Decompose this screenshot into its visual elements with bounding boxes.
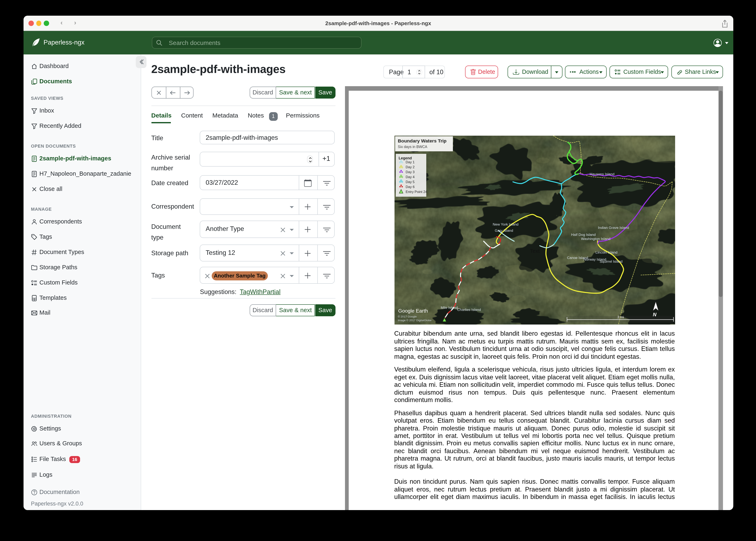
svg-text:Mile Island: Mile Island xyxy=(441,305,458,309)
svg-text:Indian Grave Island: Indian Grave Island xyxy=(598,225,629,230)
svg-text:New York Island: New York Island xyxy=(493,222,518,226)
svg-text:Text: Text xyxy=(530,248,540,254)
svg-text:Gary Island: Gary Island xyxy=(495,228,513,233)
svg-text:Charlies Island: Charlies Island xyxy=(457,307,481,311)
svg-text:Squirrel Island: Squirrel Island xyxy=(599,259,622,263)
svg-text:3 mi: 3 mi xyxy=(617,315,624,319)
svg-text:Image © 2017 DigitalGlobe: Image © 2017 DigitalGlobe xyxy=(398,318,431,321)
svg-text:Half Dog Island: Half Dog Island xyxy=(571,233,595,237)
svg-text:Day 3: Day 3 xyxy=(405,170,414,174)
svg-text:Google Earth: Google Earth xyxy=(398,308,428,313)
svg-text:Day 4: Day 4 xyxy=(405,175,414,179)
svg-text:Day 5: Day 5 xyxy=(405,180,414,184)
svg-text:Day 6: Day 6 xyxy=(405,185,414,189)
svg-text:Day 2: Day 2 xyxy=(405,165,414,169)
svg-text:N: N xyxy=(653,311,656,317)
svg-text:Hausons Island: Hausons Island xyxy=(589,172,614,176)
svg-text:Day 1: Day 1 xyxy=(405,160,414,164)
svg-text:Six days in BWCA: Six days in BWCA xyxy=(398,145,427,149)
svg-text:Entry Point 24: Entry Point 24 xyxy=(405,190,427,194)
svg-text:Legend: Legend xyxy=(398,156,412,160)
svg-text:Lincoln Island: Lincoln Island xyxy=(595,250,617,254)
svg-text:© 2017 Google: © 2017 Google xyxy=(398,315,417,318)
svg-text:Washington Island: Washington Island xyxy=(581,237,610,241)
svg-text:Boundary Waters Trip: Boundary Waters Trip xyxy=(398,138,446,143)
